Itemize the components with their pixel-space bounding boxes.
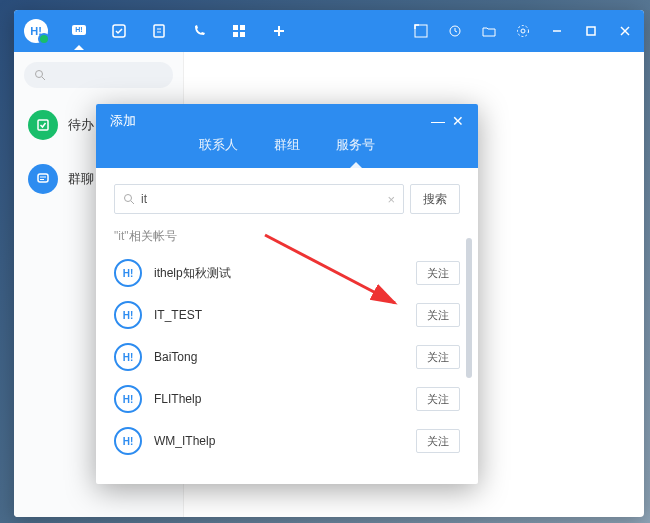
result-row[interactable]: H! ithelp知秋测试 关注	[114, 255, 460, 291]
follow-button[interactable]: 关注	[416, 429, 460, 453]
results-scrollbar[interactable]	[466, 238, 472, 378]
settings-icon[interactable]	[514, 22, 532, 40]
apps-icon[interactable]	[230, 22, 248, 40]
history-icon[interactable]	[446, 22, 464, 40]
follow-button[interactable]: 关注	[416, 345, 460, 369]
svg-rect-9	[240, 32, 245, 37]
result-row[interactable]: H! FLIThelp 关注	[114, 381, 460, 417]
svg-rect-17	[587, 27, 595, 35]
svg-rect-3	[154, 25, 164, 37]
result-name: BaiTong	[154, 350, 404, 364]
result-avatar: H!	[114, 427, 142, 455]
svg-point-14	[521, 29, 525, 33]
result-avatar: H!	[114, 301, 142, 329]
search-button[interactable]: 搜索	[410, 184, 460, 214]
tab-service[interactable]: 服务号	[336, 136, 375, 158]
tab-groups[interactable]: 群组	[274, 136, 300, 158]
svg-line-21	[42, 77, 45, 80]
svg-text:H!: H!	[75, 26, 82, 33]
add-icon[interactable]	[270, 22, 288, 40]
clear-search-icon[interactable]: ×	[387, 192, 395, 207]
svg-rect-12	[415, 25, 427, 37]
result-name: ithelp知秋测试	[154, 265, 404, 282]
svg-point-15	[518, 26, 529, 37]
sidebar-search[interactable]	[24, 62, 173, 88]
phone-icon[interactable]	[190, 22, 208, 40]
result-avatar: H!	[114, 343, 142, 371]
close-button[interactable]	[616, 22, 634, 40]
doc-icon[interactable]	[150, 22, 168, 40]
result-row[interactable]: H! WM_IThelp 关注	[114, 423, 460, 459]
result-name: FLIThelp	[154, 392, 404, 406]
window-controls	[412, 22, 634, 40]
result-name: WM_IThelp	[154, 434, 404, 448]
dialog-header: 添加 — ✕ 联系人 群组 服务号	[96, 104, 478, 168]
chat-icon[interactable]: H!	[70, 22, 88, 40]
follow-button[interactable]: 关注	[416, 303, 460, 327]
svg-rect-8	[233, 32, 238, 37]
follow-button[interactable]: 关注	[416, 261, 460, 285]
svg-rect-22	[38, 120, 48, 130]
result-row[interactable]: H! IT_TEST 关注	[114, 297, 460, 333]
maximize-button[interactable]	[582, 22, 600, 40]
dialog-tabs: 联系人 群组 服务号	[96, 136, 478, 168]
result-row[interactable]: H! BaiTong 关注	[114, 339, 460, 375]
dialog-search-input[interactable]: it ×	[114, 184, 404, 214]
search-value: it	[141, 192, 387, 206]
dialog-body: it × 搜索 "it"相关帐号 H! ithelp知秋测试 关注 H! IT_…	[96, 168, 478, 484]
tab-contacts[interactable]: 联系人	[199, 136, 238, 158]
folder-icon[interactable]	[480, 22, 498, 40]
follow-button[interactable]: 关注	[416, 387, 460, 411]
svg-line-27	[131, 201, 134, 204]
svg-rect-7	[240, 25, 245, 30]
minimize-button[interactable]	[548, 22, 566, 40]
svg-rect-6	[233, 25, 238, 30]
svg-rect-23	[38, 174, 48, 182]
sidebar-item-label: 群聊	[68, 170, 94, 188]
dialog-minimize-button[interactable]: —	[428, 114, 448, 128]
titlebar: H! H!	[14, 10, 644, 52]
results-hint: "it"相关帐号	[114, 228, 460, 245]
sidebar-item-label: 待办	[68, 116, 94, 134]
todo-icon[interactable]	[110, 22, 128, 40]
todo-list-icon	[28, 110, 58, 140]
result-avatar: H!	[114, 259, 142, 287]
screenshot-icon[interactable]	[412, 22, 430, 40]
app-logo[interactable]: H!	[24, 19, 48, 43]
add-dialog: 添加 — ✕ 联系人 群组 服务号 it × 搜索 "it"相关帐号 H! it…	[96, 104, 478, 484]
svg-point-20	[36, 71, 43, 78]
search-icon	[123, 193, 135, 205]
search-icon	[34, 69, 46, 81]
results-list: H! ithelp知秋测试 关注 H! IT_TEST 关注 H! BaiTon…	[114, 255, 460, 459]
dialog-close-button[interactable]: ✕	[448, 114, 468, 128]
result-avatar: H!	[114, 385, 142, 413]
dialog-title: 添加	[110, 112, 428, 130]
nav-icons: H!	[70, 22, 288, 40]
svg-point-26	[125, 195, 132, 202]
result-name: IT_TEST	[154, 308, 404, 322]
groupchat-list-icon	[28, 164, 58, 194]
